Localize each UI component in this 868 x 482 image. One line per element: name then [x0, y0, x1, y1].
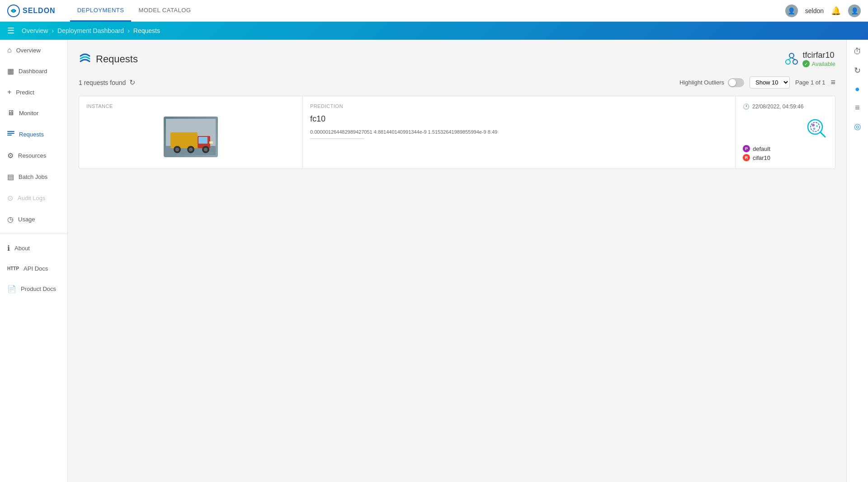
main-content: Requests tfcirfar10 Availa — [68, 40, 846, 482]
user-avatar: 👤 — [785, 5, 798, 17]
nav-tab-deployments[interactable]: DEPLOYMENTS — [70, 0, 132, 22]
svg-line-21 — [821, 132, 825, 137]
tag-default: P default — [743, 145, 828, 152]
svg-point-13 — [175, 148, 179, 151]
breadcrumb-bar: ☰ Overview › Deployment Dashboard › Requ… — [0, 22, 868, 40]
audit-icon: ⊙ — [7, 194, 13, 202]
svg-point-22 — [812, 124, 815, 126]
card-meta: 🕐 22/08/2022, 04:59:46 — [736, 96, 835, 168]
sidebar-item-batch-jobs[interactable]: ▤ Batch Jobs — [0, 166, 67, 187]
page-header: Requests tfcirfar10 Availa — [79, 51, 835, 67]
batch-icon: ▤ — [7, 173, 14, 181]
logo[interactable]: SELDON — [7, 5, 56, 17]
deployment-name-status: tfcirfar10 Available — [802, 51, 835, 67]
sync-icon[interactable]: ↻ — [854, 66, 861, 75]
request-card: INSTANCE — [79, 96, 835, 169]
sidebar-item-overview[interactable]: ⌂ Overview — [0, 40, 67, 61]
breadcrumb-overview[interactable]: Overview — [22, 27, 48, 34]
sidebar-item-monitor[interactable]: 🖥 Monitor — [0, 103, 67, 123]
instance-label: INSTANCE — [86, 103, 295, 109]
sidebar-item-api-docs[interactable]: HTTP API Docs — [0, 259, 67, 278]
menu-icon[interactable]: ☰ — [7, 26, 14, 36]
card-prediction: PREDICTION fc10 0.000001264482989427051 … — [303, 96, 736, 168]
svg-line-5 — [788, 58, 792, 60]
breadcrumb-dashboard[interactable]: Deployment Dashboard — [57, 27, 124, 34]
logo-text: SELDON — [23, 7, 56, 15]
sidebar-item-dashboard[interactable]: ▦ Dashboard — [0, 61, 67, 82]
account-icon[interactable]: 👤 — [848, 5, 861, 17]
filter-icon[interactable]: ≡ — [830, 78, 835, 87]
breadcrumb-sep-2: › — [127, 27, 130, 34]
page-info: Page 1 of 1 — [795, 79, 826, 86]
sidebar-item-audit-logs: ⊙ Audit Logs — [0, 187, 67, 209]
history-icon[interactable]: ⏱ — [854, 47, 862, 56]
sidebar-item-requests[interactable]: Requests — [0, 123, 67, 145]
svg-rect-11 — [198, 137, 208, 144]
page-title-icon — [79, 51, 91, 67]
resources-icon: ⚙ — [7, 151, 14, 160]
truck-image — [164, 117, 218, 157]
deployment-status: Available — [802, 60, 835, 67]
tag-list: P default R cifar10 — [743, 145, 828, 161]
prediction-values: 0.000001264482989427051 4.88144014099134… — [310, 129, 728, 135]
lines-icon[interactable]: ≡ — [855, 103, 860, 112]
nav-tab-model-catalog[interactable]: MODEL CATALOG — [131, 0, 198, 22]
status-dot — [802, 60, 810, 67]
home-icon: ⌂ — [7, 46, 12, 54]
breadcrumb-sep-1: › — [52, 27, 54, 34]
toggle-thumb — [729, 79, 736, 86]
requests-icon — [7, 130, 14, 139]
target-icon[interactable]: ◎ — [854, 122, 861, 131]
http-icon: HTTP — [7, 266, 19, 271]
dashboard-icon: ▦ — [7, 67, 14, 75]
tag-dot-cifar10: R — [743, 154, 750, 161]
seldon-logo-icon — [7, 5, 20, 17]
svg-rect-9 — [170, 132, 198, 148]
tag-cifar10: R cifar10 — [743, 154, 828, 161]
prediction-label-header: PREDICTION — [310, 103, 728, 109]
deployment-info: tfcirfar10 Available — [784, 51, 835, 67]
svg-line-6 — [792, 58, 795, 60]
sidebar-item-resources[interactable]: ⚙ Resources — [0, 145, 67, 166]
page-title: Requests — [96, 53, 138, 65]
breadcrumb-requests[interactable]: Requests — [133, 27, 160, 34]
notifications-icon[interactable]: 🔔 — [831, 6, 841, 16]
sidebar-item-usage[interactable]: ◷ Usage — [0, 209, 67, 230]
sidebar-item-predict[interactable]: + Predict — [0, 82, 67, 103]
usage-icon: ◷ — [7, 215, 14, 224]
magnify-area — [743, 117, 828, 140]
deployment-logo — [784, 52, 799, 66]
svg-point-4 — [793, 60, 797, 64]
refresh-icon[interactable]: ↻ — [129, 78, 135, 87]
truck-svg — [166, 119, 216, 155]
sidebar: ⌂ Overview ▦ Dashboard + Predict 🖥 Monit… — [0, 40, 68, 482]
card-instance: INSTANCE — [79, 96, 303, 168]
info-icon: ℹ — [7, 244, 10, 253]
svg-point-2 — [789, 53, 794, 58]
sidebar-item-product-docs[interactable]: 📄 Product Docs — [0, 278, 67, 299]
timestamp: 🕐 22/08/2022, 04:59:46 — [743, 103, 828, 110]
svg-point-17 — [204, 148, 208, 151]
sidebar-divider-1 — [0, 234, 67, 234]
requests-count: 1 requests found ↻ — [79, 78, 135, 87]
toolbar-right: Highlight Outliers Show 10 Show 25 Show … — [679, 76, 835, 89]
tag-dot-default: P — [743, 145, 750, 152]
username: seldon — [805, 7, 824, 14]
prediction-bar — [310, 138, 364, 139]
highlight-outliers: Highlight Outliers — [679, 78, 744, 87]
monitor-icon: 🖥 — [7, 109, 14, 117]
svg-point-24 — [813, 128, 816, 130]
svg-rect-18 — [209, 141, 213, 144]
outliers-toggle[interactable] — [728, 78, 744, 87]
svg-point-3 — [786, 60, 790, 64]
right-sidebar: ⏱ ↻ ● ≡ ◎ — [846, 40, 868, 482]
docs-icon: 📄 — [7, 285, 16, 293]
svg-point-1 — [12, 9, 15, 12]
plus-icon: + — [7, 88, 11, 96]
sidebar-item-about[interactable]: ℹ About — [0, 238, 67, 259]
magnify-icon[interactable] — [805, 117, 828, 140]
show-select[interactable]: Show 10 Show 25 Show 50 — [750, 76, 790, 89]
nav-tabs: DEPLOYMENTS MODEL CATALOG — [70, 0, 198, 22]
svg-point-20 — [811, 122, 820, 131]
dot-icon[interactable]: ● — [855, 84, 860, 94]
